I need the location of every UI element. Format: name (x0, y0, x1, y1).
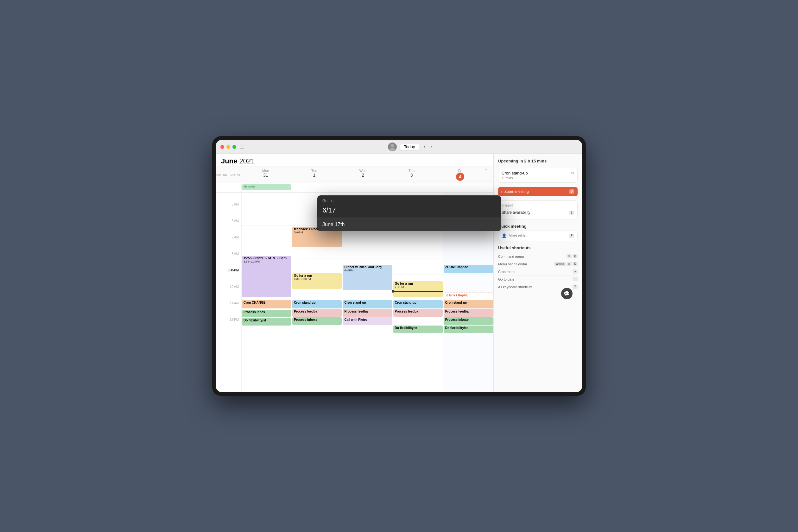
event-process-inbox-mon[interactable]: Process inbox (242, 310, 291, 317)
key-tilde: ~ (572, 269, 577, 273)
shortcut-menu-bar[interactable]: Menu bar calendar option ⌘ K (498, 260, 577, 268)
device-frame: Today ‹ › June 2021 (212, 136, 586, 396)
time-8am: 8 AM (216, 251, 241, 268)
meet-with-input[interactable] (509, 234, 567, 238)
next-week-button[interactable]: › (430, 144, 434, 150)
share-availability-row[interactable]: Share availability S (501, 208, 574, 216)
event-firenze[interactable]: 15:55 Firenze S. M. N. – Bern 3:55–9:24P… (242, 256, 291, 297)
goto-modal-suggestion[interactable]: June 17th (317, 218, 501, 231)
all-day-fri (443, 183, 493, 192)
timezone-gutter: PDT EDT GMT+2 (216, 167, 241, 183)
day-header-tue[interactable]: Tue 1 (290, 167, 339, 183)
event-inbox-fri[interactable]: Process inboxe (444, 317, 493, 325)
avatar[interactable] (388, 142, 397, 151)
event-feedback-wed[interactable]: Process feedba (343, 309, 392, 317)
event-run-thu[interactable]: Go for a run 7–8PM (393, 281, 443, 297)
meet-with-card: 👤 F (498, 230, 577, 241)
standup-title: Cron stand-up (501, 171, 528, 175)
meet-key: F (569, 234, 574, 238)
tz-edt: EDT (223, 173, 229, 176)
event-standup-thu[interactable]: Cron stand-up (393, 300, 443, 308)
event-zoom-fri[interactable]: ZOOM: Raphae (444, 265, 493, 273)
day-header-mon[interactable]: Mon 31 (241, 167, 290, 183)
minimize-icon[interactable] (226, 145, 230, 149)
add-col: ± (484, 167, 493, 183)
time-5am: 5 AM (216, 202, 241, 218)
shortcut-menu-bar-keys: option ⌘ K (554, 262, 577, 266)
event-run-tue[interactable]: Go for a run 6:30–7:30PM (292, 273, 342, 289)
upcoming-title: Upcoming in 2 h 15 mins → (498, 158, 577, 164)
today-button[interactable]: Today (400, 143, 419, 150)
shortcut-goto-date[interactable]: Go to date . (498, 276, 577, 283)
goto-modal[interactable]: Go to... June 17th (317, 195, 501, 231)
meet-with-row: 👤 F (501, 233, 574, 238)
event-flex-fri[interactable]: Do flexibility/st (444, 325, 493, 333)
week-header: PDT EDT GMT+2 Mon 31 Tue 1 Wed (216, 167, 493, 183)
person-icon: 👤 (501, 233, 507, 238)
event-feedback-process-tue[interactable]: Process feedba (292, 309, 342, 317)
shortcuts-title: Useful shortcuts (498, 245, 577, 250)
all-day-mon: Memorial (241, 183, 292, 192)
shortcut-goto-keys: . (572, 277, 577, 281)
close-icon[interactable] (221, 145, 224, 149)
day-name-mon: Mon (241, 169, 290, 173)
zoom-label: n Zoom meeting (501, 189, 529, 194)
event-standup-fri[interactable]: Cron stand-up (444, 300, 493, 308)
goto-modal-input[interactable] (322, 206, 496, 214)
goto-modal-input-row (317, 204, 501, 217)
all-day-event-memorial[interactable]: Memorial (242, 184, 291, 190)
key-question: ? (572, 285, 577, 289)
key-cmd: ⌘ (567, 254, 572, 259)
day-name-thu: Thu (387, 169, 436, 173)
time-12pm: 12 PM (216, 317, 241, 334)
tz-pdt: PDT (216, 173, 222, 176)
upcoming-section: Upcoming in 2 h 15 mins → (498, 158, 577, 164)
all-day-wed (342, 183, 392, 192)
event-erik-fri[interactable]: ⚠ Erik / Rapha… (444, 292, 493, 301)
event-feedback-thu[interactable]: Process feedba (393, 309, 443, 317)
day-name-fri: Fri (436, 169, 484, 173)
day-num-wed: 2 (339, 173, 387, 178)
calendar-header: June 2021 (216, 154, 493, 167)
add-event-icon[interactable]: ± (484, 167, 487, 172)
prev-week-button[interactable]: ‹ (422, 144, 426, 150)
svg-point-0 (391, 144, 394, 148)
shortcut-command-menu[interactable]: Command menu ⌘ K (498, 253, 577, 260)
all-day-gutter (216, 183, 241, 192)
shortcut-all-keys: ? (572, 285, 577, 289)
chat-fab-spacer: 💬 (498, 295, 577, 304)
event-do-flex-mon[interactable]: Do flexibility/st (242, 318, 291, 325)
shortcut-cron-menu-label: Cron menu (498, 270, 515, 273)
event-call-pietro[interactable]: Call with Pietro (343, 317, 392, 325)
event-standup-wed[interactable]: Cron stand-up (343, 300, 392, 308)
shortcuts-section: Useful shortcuts Command menu ⌘ K Menu b… (498, 245, 577, 290)
timezone-labels: PDT EDT GMT+2 (216, 173, 240, 176)
event-cron-change-mon[interactable]: Cron CHANGE (242, 300, 291, 308)
event-feedback-fri[interactable]: Process feedba (444, 309, 493, 317)
day-header-thu[interactable]: Thu 3 (387, 167, 436, 183)
day-header-fri[interactable]: Fri 4 (436, 167, 484, 183)
quick-meeting-section: Quick meeting 👤 F (498, 224, 577, 241)
current-time-indicator (393, 291, 443, 292)
quick-meeting-title: Quick meeting (498, 224, 577, 229)
option-badge: option (554, 262, 566, 266)
fullscreen-icon[interactable] (232, 145, 236, 149)
chat-fab-button[interactable]: 💬 (561, 288, 572, 299)
split-view-icon[interactable] (240, 145, 244, 149)
time-10am: 10 AM (216, 284, 241, 301)
title-bar: Today ‹ › (216, 140, 582, 154)
year-label: 2021 (239, 157, 254, 165)
day-header-wed[interactable]: Wed 2 (339, 167, 387, 183)
cron-standup-card[interactable]: Cron stand-up ✉ 15mins (498, 168, 577, 183)
event-flex-thu[interactable]: Do flexibility/st (393, 325, 443, 333)
screen: Today ‹ › June 2021 (216, 140, 582, 392)
event-standup-tue[interactable]: Cron stand-up (292, 300, 342, 308)
zoom-card[interactable]: n Zoom meeting V (498, 187, 577, 196)
time-9am: 5:45PM (216, 268, 241, 284)
traffic-lights (221, 145, 244, 149)
event-inbox-tue[interactable]: Process inboxe (292, 317, 342, 325)
upcoming-arrow-icon[interactable]: → (573, 158, 577, 164)
sidebar: Upcoming in 2 h 15 mins → Cron stand-up … (493, 154, 582, 392)
event-dinner-wed[interactable]: Dinner w Ruedi and Jörg 6–8PM (343, 265, 392, 290)
shortcut-cron-menu[interactable]: Cron menu ~ (498, 268, 577, 276)
